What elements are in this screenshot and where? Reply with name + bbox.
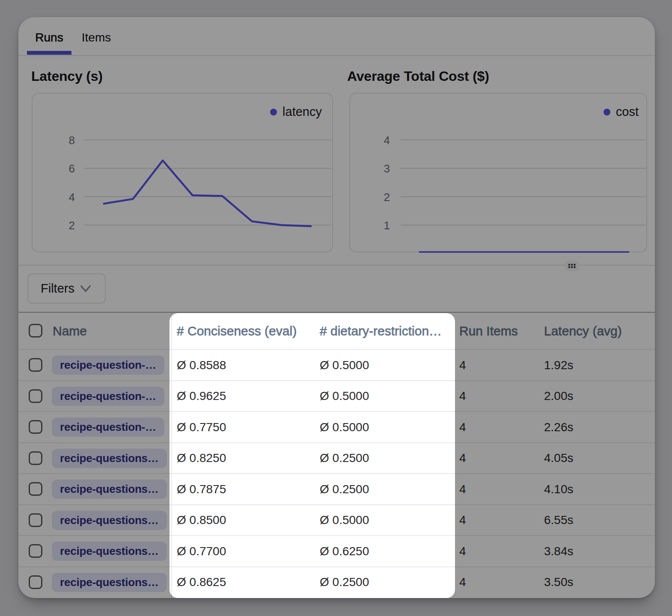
y-tick-label: 2 bbox=[69, 219, 75, 232]
conciseness-score-cell: Ø 0.7750 bbox=[177, 412, 226, 442]
latency-legend: latency bbox=[270, 105, 322, 119]
charts-table-divider bbox=[18, 265, 655, 266]
run-items-cell: 4 bbox=[459, 412, 466, 442]
y-tick-label: 4 bbox=[384, 134, 390, 147]
latency-legend-label: latency bbox=[282, 105, 322, 119]
dietary-score-cell: Ø 0.2500 bbox=[320, 443, 369, 474]
latency-cell: 4.10s bbox=[544, 474, 574, 504]
cost-legend-label: cost bbox=[616, 105, 639, 119]
row-checkbox[interactable] bbox=[29, 358, 42, 372]
dietary-score-cell: Ø 0.2500 bbox=[320, 474, 369, 504]
latency-chart: 8642 latency bbox=[32, 93, 333, 252]
tabs-divider bbox=[18, 55, 655, 56]
cost-legend-dot bbox=[604, 109, 610, 116]
series-line bbox=[103, 160, 312, 226]
conciseness-score-cell: Ø 0.9625 bbox=[177, 381, 226, 412]
conciseness-score-cell: Ø 0.8588 bbox=[177, 350, 226, 380]
y-tick-label: 1 bbox=[384, 219, 390, 232]
y-tick-label: 4 bbox=[69, 191, 75, 204]
dietary-score-cell: Ø 0.5000 bbox=[320, 350, 369, 380]
table-row: recipe-question-…Ø 0.7750Ø 0.500042.26s bbox=[18, 411, 655, 442]
cost-chart: 4321 cost bbox=[349, 93, 647, 252]
y-tick-label: 8 bbox=[69, 134, 75, 147]
y-tick-label: 3 bbox=[384, 162, 390, 175]
run-name-badge[interactable]: recipe-questions… bbox=[52, 511, 167, 530]
column-header-latency[interactable]: Latency (avg) bbox=[544, 313, 622, 349]
y-tick-label: 2 bbox=[384, 191, 390, 204]
run-items-cell: 4 bbox=[459, 350, 466, 380]
grip-dots-icon bbox=[567, 263, 577, 269]
run-name-badge[interactable]: recipe-question-… bbox=[52, 387, 164, 406]
table-row: recipe-questions…Ø 0.8250Ø 0.250044.05s bbox=[18, 442, 655, 474]
column-header-name[interactable]: Name bbox=[53, 313, 87, 349]
conciseness-score-cell: Ø 0.8250 bbox=[177, 443, 226, 474]
table-row: recipe-questions…Ø 0.8625Ø 0.250043.50s bbox=[18, 566, 655, 598]
latency-cell: 3.84s bbox=[544, 536, 574, 566]
row-checkbox[interactable] bbox=[29, 513, 42, 527]
latency-cell: 1.92s bbox=[544, 350, 574, 380]
run-name-badge[interactable]: recipe-question-… bbox=[52, 418, 164, 437]
select-all-checkbox[interactable] bbox=[29, 324, 42, 338]
latency-chart-title: Latency (s) bbox=[31, 68, 103, 84]
run-name-cell: recipe-questions… bbox=[52, 536, 167, 566]
run-name-badge[interactable]: recipe-questions… bbox=[52, 449, 167, 468]
table-row: recipe-questions…Ø 0.8500Ø 0.500046.55s bbox=[18, 504, 655, 536]
dietary-score-cell: Ø 0.2500 bbox=[320, 567, 369, 598]
run-name-cell: recipe-question-… bbox=[52, 381, 164, 412]
row-checkbox[interactable] bbox=[29, 482, 42, 496]
run-name-cell: recipe-questions… bbox=[52, 443, 167, 474]
conciseness-score-cell: Ø 0.7700 bbox=[177, 536, 226, 566]
run-name-cell: recipe-question-… bbox=[52, 350, 164, 380]
run-items-cell: 4 bbox=[459, 474, 466, 504]
run-name-badge[interactable]: recipe-questions… bbox=[52, 542, 167, 561]
tab-items[interactable]: Items bbox=[71, 17, 121, 58]
latency-cell: 2.00s bbox=[544, 381, 574, 412]
tabs-bar: Runs Items bbox=[18, 17, 655, 55]
conciseness-score-cell: Ø 0.7875 bbox=[177, 474, 226, 504]
dietary-score-cell: Ø 0.5000 bbox=[320, 381, 369, 412]
run-name-cell: recipe-questions… bbox=[52, 567, 167, 598]
resize-handle[interactable] bbox=[565, 261, 580, 271]
dietary-score-cell: Ø 0.5000 bbox=[320, 412, 369, 442]
filters-button[interactable]: Filters bbox=[27, 273, 106, 304]
column-header-dietary[interactable]: # dietary-restriction… bbox=[320, 313, 442, 349]
latency-legend-dot bbox=[270, 109, 277, 116]
row-checkbox[interactable] bbox=[29, 544, 42, 558]
page: Runs Items Latency (s) Average Total Cos… bbox=[0, 0, 672, 616]
filters-button-label: Filters bbox=[41, 281, 74, 296]
latency-cell: 2.26s bbox=[544, 412, 574, 442]
run-name-badge[interactable]: recipe-question-… bbox=[52, 355, 164, 375]
chevron-down-icon bbox=[80, 284, 91, 294]
run-name-cell: recipe-question-… bbox=[52, 412, 164, 442]
run-name-cell: recipe-questions… bbox=[52, 474, 167, 504]
latency-cell: 4.05s bbox=[544, 443, 574, 474]
row-checkbox[interactable] bbox=[29, 389, 42, 403]
table-row: recipe-question-…Ø 0.8588Ø 0.500041.92s bbox=[18, 349, 655, 380]
column-header-run-items[interactable]: Run Items bbox=[459, 313, 518, 349]
cost-legend: cost bbox=[604, 105, 639, 119]
dietary-score-cell: Ø 0.6250 bbox=[320, 536, 369, 566]
active-tab-underline bbox=[27, 51, 71, 55]
run-name-cell: recipe-questions… bbox=[52, 505, 167, 536]
run-items-cell: 4 bbox=[459, 505, 466, 536]
run-name-badge[interactable]: recipe-questions… bbox=[52, 573, 167, 592]
row-checkbox[interactable] bbox=[29, 420, 42, 434]
y-tick-label: 6 bbox=[69, 162, 75, 175]
run-items-cell: 4 bbox=[459, 536, 466, 566]
row-checkbox[interactable] bbox=[29, 575, 42, 589]
row-checkbox[interactable] bbox=[29, 451, 42, 465]
table-header-row: Name # Conciseness (eval) # dietary-rest… bbox=[18, 313, 655, 349]
table-row: recipe-questions…Ø 0.7700Ø 0.625043.84s bbox=[18, 535, 655, 566]
column-header-conciseness[interactable]: # Conciseness (eval) bbox=[177, 313, 297, 349]
latency-cell: 3.50s bbox=[544, 567, 574, 598]
run-items-cell: 4 bbox=[459, 443, 466, 474]
run-items-cell: 4 bbox=[459, 567, 466, 598]
table-row: recipe-question-…Ø 0.9625Ø 0.500042.00s bbox=[18, 380, 655, 412]
latency-cell: 6.55s bbox=[544, 505, 574, 536]
conciseness-score-cell: Ø 0.8500 bbox=[177, 505, 226, 536]
app-card: Runs Items Latency (s) Average Total Cos… bbox=[18, 17, 655, 598]
cost-chart-title: Average Total Cost ($) bbox=[347, 68, 489, 84]
run-name-badge[interactable]: recipe-questions… bbox=[52, 480, 167, 499]
dietary-score-cell: Ø 0.5000 bbox=[320, 505, 369, 536]
table-row: recipe-questions…Ø 0.7875Ø 0.250044.10s bbox=[18, 473, 655, 504]
